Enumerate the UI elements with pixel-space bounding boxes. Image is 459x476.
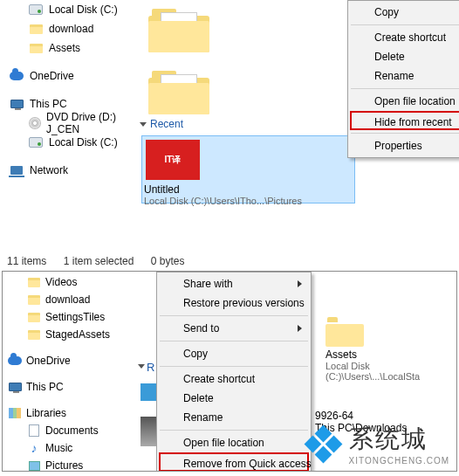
menu-rename[interactable]: Rename — [159, 408, 309, 427]
menu-copy[interactable]: Copy — [350, 3, 459, 22]
item-sub: Local Disk (C:)\Users\...\LocalSta — [325, 361, 456, 382]
tree-network[interactable]: Network — [9, 161, 135, 180]
status-size: 0 bytes — [151, 255, 185, 267]
chevron-right-icon — [298, 280, 302, 287]
watermark: 系统城 XITONGCHENG.COM — [310, 423, 449, 466]
folder-icon — [325, 317, 364, 347]
network-icon — [9, 162, 24, 178]
tree-label: OneDrive — [26, 355, 71, 367]
cloud-icon — [9, 68, 24, 84]
list-item[interactable]: Assets Local Disk (C:)\Users\...\LocalSt… — [325, 317, 456, 382]
separator — [160, 366, 308, 367]
menu-remove-from-quick-access[interactable]: Remove from Quick access — [159, 452, 309, 472]
tree-label: download — [49, 23, 93, 35]
tree-music[interactable]: ♪Music — [8, 439, 134, 457]
nav-tree: Local Disk (C:) download Assets OneDrive… — [0, 0, 135, 180]
tree-videos[interactable]: Videos — [8, 273, 134, 291]
tree-onedrive[interactable]: OneDrive — [8, 352, 134, 369]
tree-download[interactable]: download — [9, 19, 135, 38]
folder-icon — [27, 293, 41, 307]
chevron-down-icon — [140, 122, 147, 127]
separator — [160, 430, 308, 431]
menu-send-to[interactable]: Send to — [159, 319, 309, 338]
menu-hide-from-recent[interactable]: Hide from recent — [350, 111, 459, 130]
tree-libraries[interactable]: Libraries — [8, 404, 134, 422]
tree-label: Local Disk (C:) — [49, 136, 118, 148]
menu-create-shortcut[interactable]: Create shortcut — [350, 28, 459, 47]
tree-pictures[interactable]: Pictures — [8, 457, 134, 472]
document-icon — [27, 424, 41, 438]
watermark-sub: XITONGCHENG.COM — [349, 456, 449, 466]
menu-delete[interactable]: Delete — [159, 389, 309, 408]
bottom-screenshot: Videos download SettingsTiles StagedAsse… — [2, 271, 457, 472]
menu-properties[interactable]: Properties — [350, 136, 459, 155]
tree-label: This PC — [30, 98, 67, 110]
folder-icon — [27, 275, 41, 289]
item-label: Assets — [325, 348, 456, 361]
menu-share-with[interactable]: Share with — [159, 274, 309, 293]
thumbnail[interactable] — [140, 383, 158, 401]
picture-icon — [27, 459, 41, 472]
section-label: Recent — [150, 118, 183, 130]
dvd-icon — [28, 115, 41, 131]
menu-restore[interactable]: Restore previous versions — [159, 293, 309, 313]
recent-header[interactable]: R — [147, 361, 154, 374]
selected-tile[interactable]: IT译 Untitled Local Disk (C:)\Users\ITho.… — [141, 135, 355, 204]
tree-label: This PC — [26, 381, 64, 393]
menu-copy[interactable]: Copy — [159, 344, 309, 363]
tree-stagedassets[interactable]: StagedAssets — [8, 326, 134, 343]
separator — [160, 315, 308, 316]
folder-icon — [27, 310, 41, 324]
tree-label: Music — [45, 442, 72, 454]
separator — [351, 88, 459, 89]
tree-dvd[interactable]: DVD Drive (D:) J_CEN — [9, 114, 135, 133]
item-label: 9926-64 — [315, 410, 407, 422]
chevron-down-icon — [138, 364, 145, 369]
tree-local-disk2[interactable]: Local Disk (C:) — [9, 133, 135, 152]
tree-label: download — [45, 293, 90, 306]
status-selected: 1 item selected — [64, 255, 134, 267]
menu-create-shortcut[interactable]: Create shortcut — [159, 369, 309, 389]
tree-thispc[interactable]: This PC — [8, 378, 134, 396]
folder-thumb[interactable] — [148, 3, 209, 52]
logo-icon — [304, 425, 342, 464]
tree-label: StagedAssets — [45, 328, 110, 341]
folder-icon — [28, 40, 44, 56]
folder-thumb[interactable] — [148, 66, 209, 114]
tree-label: Documents — [45, 424, 99, 437]
menu-open-location[interactable]: Open file location — [350, 92, 459, 111]
recent-header[interactable]: Recent — [140, 117, 183, 130]
status-count: 11 items — [7, 255, 46, 267]
tree-settingstiles[interactable]: SettingsTiles — [8, 308, 134, 326]
thumbnail: IT译 — [146, 140, 200, 180]
chevron-right-icon — [298, 325, 302, 332]
library-icon — [8, 406, 22, 420]
menu-delete[interactable]: Delete — [350, 47, 459, 66]
tree-assets[interactable]: Assets — [9, 38, 135, 58]
tree-label: Videos — [45, 276, 77, 288]
thumbnail[interactable] — [140, 417, 158, 446]
menu-label: Share with — [183, 278, 233, 290]
separator — [351, 24, 459, 25]
menu-rename[interactable]: Rename — [350, 66, 459, 86]
folder-icon — [27, 328, 41, 341]
cloud-icon — [8, 354, 22, 368]
status-bar: 11 items 1 item selected 0 bytes — [7, 255, 198, 267]
tree-label: OneDrive — [30, 70, 74, 82]
tree-onedrive[interactable]: OneDrive — [9, 66, 135, 86]
music-icon: ♪ — [27, 441, 41, 455]
watermark-text: 系统城 — [349, 423, 449, 456]
menu-open-location[interactable]: Open file location — [159, 433, 309, 452]
pc-icon — [9, 96, 24, 112]
disk-icon — [28, 2, 44, 17]
separator — [351, 133, 459, 134]
tree-download[interactable]: download — [8, 291, 134, 308]
tree-local-disk[interactable]: Local Disk (C:) — [9, 0, 135, 19]
context-menu: Copy Create shortcut Delete Rename Open … — [347, 0, 459, 158]
tree-label: Network — [30, 164, 68, 176]
tree-documents[interactable]: Documents — [8, 422, 134, 439]
tree-label: Libraries — [26, 407, 66, 419]
tree-label: DVD Drive (D:) J_CEN — [46, 111, 135, 135]
top-screenshot: Local Disk (C:) download Assets OneDrive… — [0, 0, 459, 264]
tree-label: Pictures — [45, 459, 83, 472]
